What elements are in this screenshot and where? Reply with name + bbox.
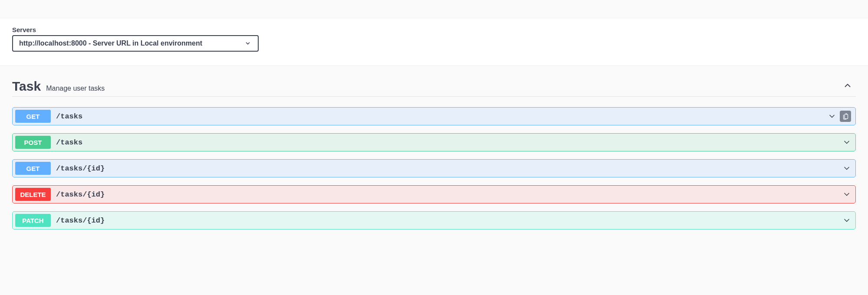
operation-row[interactable]: PATCH /tasks/{id}	[12, 211, 856, 229]
clipboard-icon[interactable]	[840, 111, 851, 122]
tag-header[interactable]: Task Manage user tasks	[12, 79, 856, 97]
chevron-down-icon[interactable]	[842, 216, 851, 225]
operation-path: /tasks/{id}	[56, 190, 842, 199]
operation-row[interactable]: DELETE /tasks/{id}	[12, 185, 856, 203]
content-area: Task Manage user tasks GET /tasks	[0, 66, 868, 243]
method-badge-delete: DELETE	[15, 188, 51, 201]
operation-path: /tasks	[56, 112, 828, 121]
chevron-down-icon[interactable]	[842, 190, 851, 199]
operation-row[interactable]: GET /tasks/{id}	[12, 159, 856, 177]
operations-list: GET /tasks POST /tasks	[12, 107, 856, 229]
operation-path: /tasks	[56, 138, 842, 147]
tag-title: Task	[12, 79, 41, 94]
method-badge-get: GET	[15, 162, 51, 175]
operation-path: /tasks/{id}	[56, 164, 842, 173]
chevron-down-icon[interactable]	[828, 112, 836, 121]
servers-section: Servers http://localhost:8000 - Server U…	[0, 18, 868, 66]
chevron-down-icon[interactable]	[842, 138, 851, 147]
operation-path: /tasks/{id}	[56, 216, 842, 225]
servers-dropdown[interactable]: http://localhost:8000 - Server URL in Lo…	[12, 35, 259, 52]
chevron-down-icon[interactable]	[842, 164, 851, 173]
servers-dropdown-selected: http://localhost:8000 - Server URL in Lo…	[19, 39, 244, 47]
svg-rect-0	[845, 114, 848, 118]
tag-description: Manage user tasks	[46, 85, 105, 92]
method-badge-get: GET	[15, 110, 51, 123]
operation-row[interactable]: GET /tasks	[12, 107, 856, 125]
top-spacer	[0, 0, 868, 18]
servers-label: Servers	[12, 26, 856, 33]
method-badge-post: POST	[15, 136, 51, 149]
method-badge-patch: PATCH	[15, 214, 51, 227]
chevron-up-icon	[843, 81, 852, 90]
chevron-down-icon	[244, 39, 252, 47]
operation-row[interactable]: POST /tasks	[12, 133, 856, 151]
